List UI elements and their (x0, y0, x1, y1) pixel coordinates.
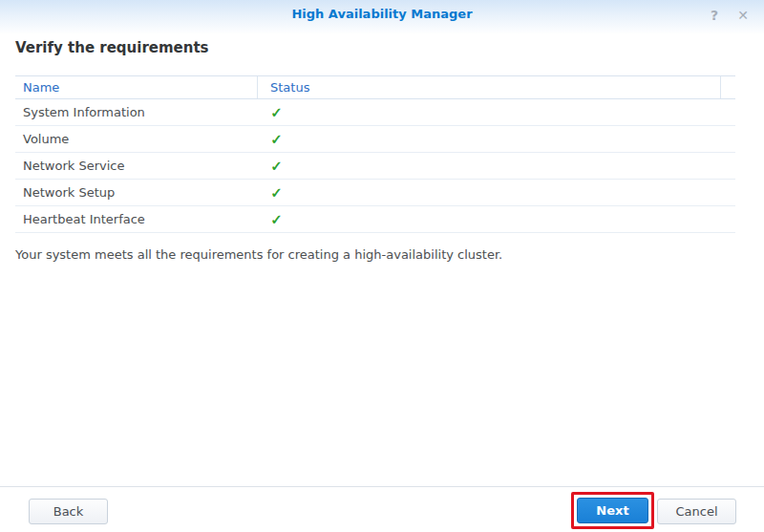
requirement-status-cell: ✓ (258, 184, 735, 202)
requirement-status-cell: ✓ (258, 211, 735, 228)
requirements-table: Name Status System Information ✓ Volume … (15, 75, 735, 233)
table-body: System Information ✓ Volume ✓ Network Se… (15, 99, 735, 233)
status-check-icon: ✓ (270, 104, 283, 121)
requirement-name-cell: System Information (15, 105, 258, 119)
column-header-filler (720, 76, 735, 98)
requirement-status-cell: ✓ (258, 158, 735, 175)
help-icon[interactable]: ? (707, 8, 722, 23)
requirement-status-cell: ✓ (258, 131, 735, 148)
back-button[interactable]: Back (29, 499, 108, 524)
status-check-icon: ✓ (270, 158, 283, 175)
result-message: Your system meets all the requirements f… (15, 247, 749, 262)
next-button[interactable]: Next (577, 498, 648, 523)
title-bar: High Availability Manager ? ✕ (0, 0, 764, 34)
cancel-button[interactable]: Cancel (657, 499, 736, 524)
title-bar-icons: ? ✕ (707, 8, 751, 23)
column-header-name[interactable]: Name (15, 76, 258, 98)
footer-bar: Back Next Cancel (0, 486, 764, 532)
table-row: Network Setup ✓ (15, 180, 735, 206)
requirement-name-cell: Volume (15, 132, 258, 146)
requirement-name-cell: Heartbeat Interface (15, 212, 258, 226)
status-check-icon: ✓ (270, 184, 283, 202)
column-header-status[interactable]: Status (258, 76, 720, 98)
page-title: Verify the requirements (15, 39, 209, 56)
requirement-name-cell: Network Service (15, 159, 258, 173)
annotation-highlight-box: Next (571, 492, 654, 529)
table-row: Network Service ✓ (15, 153, 735, 180)
status-check-icon: ✓ (270, 211, 283, 228)
close-icon[interactable]: ✕ (735, 8, 751, 23)
requirement-name-cell: Network Setup (15, 185, 258, 200)
high-availability-manager-dialog: High Availability Manager ? ✕ Verify the… (0, 0, 764, 532)
table-header-row: Name Status (15, 75, 735, 99)
requirement-status-cell: ✓ (258, 104, 735, 121)
status-check-icon: ✓ (270, 131, 283, 148)
window-title: High Availability Manager (0, 0, 764, 31)
table-row: Heartbeat Interface ✓ (15, 206, 735, 233)
table-row: System Information ✓ (15, 99, 735, 126)
table-row: Volume ✓ (15, 126, 735, 153)
